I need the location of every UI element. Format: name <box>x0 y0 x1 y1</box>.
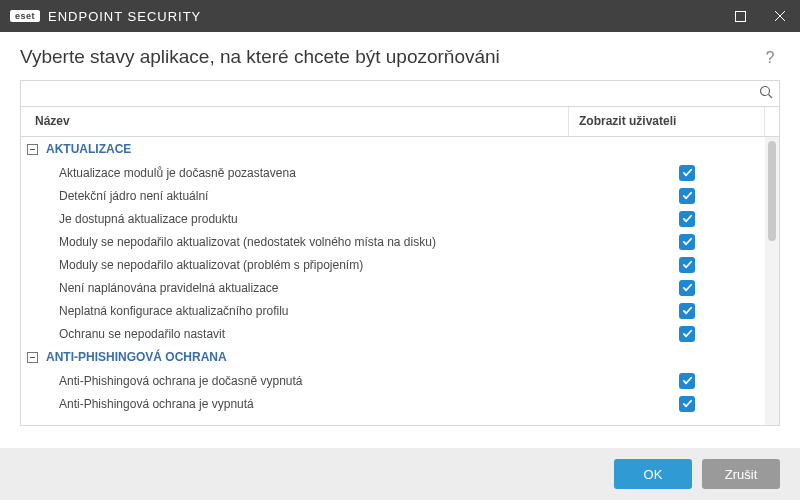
table-row: Ochranu se nepodařilo nastavit <box>21 322 765 345</box>
table-header: Název Zobrazit uživateli <box>21 107 779 137</box>
item-label: Neplatná konfigurace aktualizačního prof… <box>21 304 569 318</box>
search-icon[interactable] <box>759 85 773 103</box>
group-header[interactable]: ANTI-PHISHINGOVÁ OCHRANA <box>21 345 765 369</box>
help-icon[interactable]: ? <box>760 48 780 68</box>
svg-rect-0 <box>735 11 745 21</box>
show-user-checkbox[interactable] <box>679 165 695 181</box>
ok-button[interactable]: OK <box>614 459 692 489</box>
item-label: Moduly se nepodařilo aktualizovat (probl… <box>21 258 569 272</box>
show-user-checkbox[interactable] <box>679 280 695 296</box>
item-label: Anti-Phishingová ochrana je vypnutá <box>21 397 569 411</box>
group-title: ANTI-PHISHINGOVÁ OCHRANA <box>46 350 227 364</box>
group-title: AKTUALIZACE <box>46 142 131 156</box>
collapse-icon[interactable] <box>27 144 38 155</box>
collapse-icon[interactable] <box>27 352 38 363</box>
brand-text: ENDPOINT SECURITY <box>48 9 201 24</box>
settings-table: Název Zobrazit uživateli AKTUALIZACEAktu… <box>20 106 780 426</box>
column-header-show-user[interactable]: Zobrazit uživateli <box>569 107 765 136</box>
item-label: Aktualizace modulů je dočasně pozastaven… <box>21 166 569 180</box>
table-row: Moduly se nepodařilo aktualizovat (nedos… <box>21 230 765 253</box>
brand-logo: eset <box>10 10 40 22</box>
window-close-button[interactable] <box>760 0 800 32</box>
item-label: Ochranu se nepodařilo nastavit <box>21 327 569 341</box>
header: Vyberte stavy aplikace, na které chcete … <box>0 32 800 80</box>
item-label: Anti-Phishingová ochrana je dočasně vypn… <box>21 374 569 388</box>
show-user-checkbox[interactable] <box>679 303 695 319</box>
search-bar[interactable] <box>20 80 780 106</box>
show-user-checkbox[interactable] <box>679 234 695 250</box>
window-maximize-button[interactable] <box>720 0 760 32</box>
item-label: Není naplánována pravidelná aktualizace <box>21 281 569 295</box>
table-row: Aktualizace modulů je dočasně pozastaven… <box>21 161 765 184</box>
show-user-checkbox[interactable] <box>679 326 695 342</box>
footer: OK Zrušit <box>0 448 800 500</box>
table-row: Anti-Phishingová ochrana je dočasně vypn… <box>21 369 765 392</box>
show-user-checkbox[interactable] <box>679 257 695 273</box>
table-row: Není naplánována pravidelná aktualizace <box>21 276 765 299</box>
show-user-checkbox[interactable] <box>679 396 695 412</box>
table-row: Anti-Phishingová ochrana je vypnutá <box>21 392 765 415</box>
titlebar: eset ENDPOINT SECURITY <box>0 0 800 32</box>
show-user-checkbox[interactable] <box>679 211 695 227</box>
item-label: Moduly se nepodařilo aktualizovat (nedos… <box>21 235 569 249</box>
svg-point-3 <box>761 86 770 95</box>
item-label: Je dostupná aktualizace produktu <box>21 212 569 226</box>
table-row: Moduly se nepodařilo aktualizovat (probl… <box>21 253 765 276</box>
item-label: Detekční jádro není aktuální <box>21 189 569 203</box>
show-user-checkbox[interactable] <box>679 373 695 389</box>
show-user-checkbox[interactable] <box>679 188 695 204</box>
cancel-button[interactable]: Zrušit <box>702 459 780 489</box>
page-title: Vyberte stavy aplikace, na které chcete … <box>20 46 760 68</box>
table-row: Neplatná konfigurace aktualizačního prof… <box>21 299 765 322</box>
column-header-name[interactable]: Název <box>21 107 569 136</box>
table-row: Je dostupná aktualizace produktu <box>21 207 765 230</box>
svg-line-4 <box>769 94 773 98</box>
scrollbar[interactable] <box>765 137 779 425</box>
group-header[interactable]: AKTUALIZACE <box>21 137 765 161</box>
table-row: Detekční jádro není aktuální <box>21 184 765 207</box>
scrollbar-thumb[interactable] <box>768 141 776 241</box>
